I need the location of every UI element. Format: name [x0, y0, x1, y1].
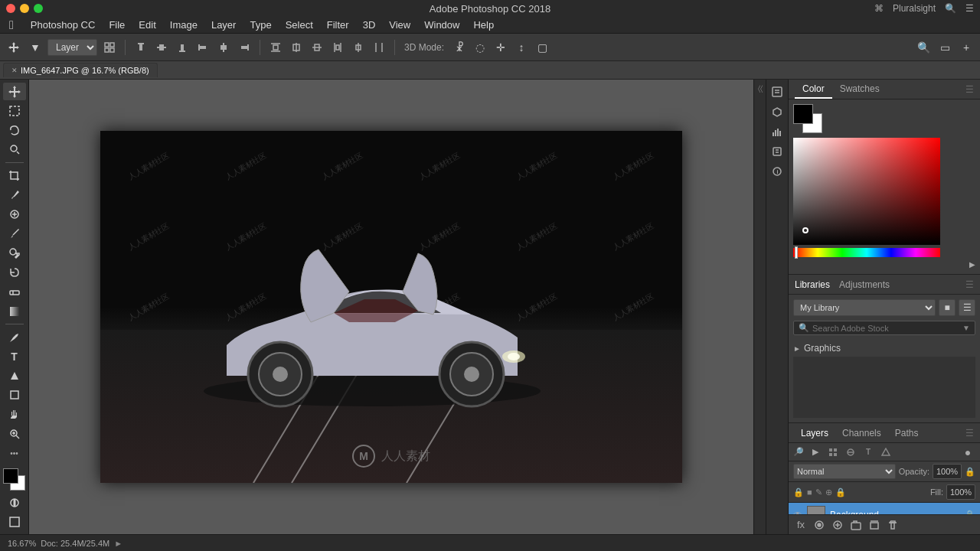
- zoom-tool[interactable]: [3, 425, 26, 442]
- screen-mode[interactable]: [3, 514, 26, 531]
- align-left-edges[interactable]: [194, 38, 212, 57]
- add-layer-style[interactable]: fx: [793, 518, 808, 532]
- libraries-menu[interactable]: ☰: [965, 279, 974, 290]
- tab-color[interactable]: Color: [795, 80, 832, 99]
- arrange-windows[interactable]: ▭: [936, 38, 954, 57]
- menu-file[interactable]: File: [103, 18, 131, 32]
- close-button[interactable]: [6, 4, 15, 13]
- hue-slider-container[interactable]: [793, 248, 975, 257]
- toggle-filter[interactable]: ●: [960, 445, 975, 459]
- menu-layer[interactable]: Layer: [205, 18, 243, 32]
- lock-position[interactable]: ⊕: [825, 487, 832, 497]
- lock-paint[interactable]: ✎: [815, 487, 822, 497]
- filter-adjustment[interactable]: [843, 445, 858, 459]
- 3d-scale[interactable]: ▢: [533, 38, 551, 57]
- marquee-tool[interactable]: [3, 102, 26, 119]
- eraser-tool[interactable]: [3, 283, 26, 301]
- distribute-bottom[interactable]: [308, 38, 326, 57]
- stock-search[interactable]: 🔍 ▼: [793, 321, 975, 335]
- collapse-icon[interactable]: 〈〈: [758, 84, 763, 93]
- lock-all[interactable]: 🔒: [835, 487, 846, 497]
- lasso-tool[interactable]: [3, 122, 26, 139]
- maximize-button[interactable]: [34, 4, 43, 13]
- brush-tool[interactable]: [3, 225, 26, 243]
- minimize-button[interactable]: [20, 4, 29, 13]
- 3d-workspace-icon[interactable]: [768, 103, 786, 121]
- tab-layers[interactable]: Layers: [795, 425, 835, 442]
- close-doc-icon[interactable]: ✕: [11, 67, 18, 74]
- tab-paths[interactable]: Paths: [889, 425, 925, 442]
- align-horizontal-centers[interactable]: [214, 38, 233, 57]
- doc-tab-active[interactable]: ✕ IMG_6647.JPG @ 16.7% (RGB/8): [3, 63, 158, 77]
- add-mask-button[interactable]: [812, 518, 827, 532]
- healing-tool[interactable]: [3, 205, 26, 223]
- tab-swatches[interactable]: Swatches: [832, 80, 887, 99]
- type-tool[interactable]: T: [3, 347, 26, 365]
- distribute-vcenter[interactable]: [287, 38, 305, 57]
- menu-window[interactable]: Window: [418, 18, 466, 32]
- align-grid[interactable]: [100, 38, 119, 57]
- extra-tools[interactable]: •••: [3, 445, 26, 462]
- hue-slider[interactable]: [793, 248, 940, 257]
- filter-shape[interactable]: [878, 445, 893, 459]
- properties-icon[interactable]: [768, 142, 786, 161]
- lock-transparent[interactable]: ■: [807, 487, 812, 497]
- library-grid-view[interactable]: ■: [939, 299, 956, 316]
- align-bottom-edges[interactable]: [173, 38, 191, 57]
- menu-image[interactable]: Image: [164, 18, 204, 32]
- new-layer-button[interactable]: [867, 518, 882, 532]
- 3d-slide[interactable]: ↕: [512, 38, 531, 57]
- layer-item[interactable]: 👁 Background 🔒: [789, 503, 980, 514]
- tab-channels[interactable]: Channels: [836, 425, 887, 442]
- layer-dropdown-arrow[interactable]: ▼: [26, 38, 44, 57]
- status-arrow[interactable]: ►: [114, 539, 122, 548]
- history-brush-tool[interactable]: [3, 263, 26, 281]
- zoom-in[interactable]: +: [957, 38, 975, 57]
- color-spectrum[interactable]: [793, 138, 975, 245]
- align-vertical-centers[interactable]: [152, 38, 171, 57]
- search-arrow[interactable]: ▼: [962, 324, 970, 332]
- new-group[interactable]: [848, 518, 864, 532]
- new-fill-layer[interactable]: [830, 518, 845, 532]
- menu-3d[interactable]: 3D: [357, 18, 382, 32]
- foreground-color[interactable]: [793, 104, 813, 124]
- move-tool-options[interactable]: [5, 38, 23, 57]
- foreground-color-swatch[interactable]: [3, 468, 18, 484]
- color-gradient-picker[interactable]: [793, 138, 940, 245]
- shape-tool[interactable]: [3, 386, 26, 404]
- search-toolbar[interactable]: 🔍: [914, 38, 933, 57]
- filter-type[interactable]: T: [861, 445, 876, 459]
- menu-filter[interactable]: Filter: [321, 18, 355, 32]
- search-icon[interactable]: 🔍: [945, 3, 956, 14]
- stock-search-input[interactable]: [812, 324, 959, 333]
- 3d-roll[interactable]: ◌: [471, 38, 489, 57]
- histogram-icon[interactable]: [768, 122, 786, 141]
- fill-input[interactable]: [946, 484, 975, 500]
- delete-layer-button[interactable]: [885, 518, 900, 532]
- opacity-lock[interactable]: 🔒: [965, 467, 975, 477]
- move-tool[interactable]: [3, 83, 26, 100]
- info-icon[interactable]: i: [768, 162, 786, 181]
- filter-kind[interactable]: ▶: [808, 445, 823, 459]
- layers-menu-icon[interactable]: ☰: [965, 428, 974, 439]
- menu-help[interactable]: Help: [467, 18, 500, 32]
- distribute-right[interactable]: [370, 38, 388, 57]
- 3d-rotate[interactable]: ☧: [450, 38, 469, 57]
- distribute-top[interactable]: [266, 38, 285, 57]
- menu-edit[interactable]: Edit: [132, 18, 162, 32]
- clone-stamp-tool[interactable]: [3, 244, 26, 262]
- panel-collapse-handle[interactable]: 〈〈: [753, 80, 766, 534]
- mac-window-controls[interactable]: [6, 4, 43, 13]
- pen-tool[interactable]: [3, 328, 26, 346]
- menu-type[interactable]: Type: [243, 18, 277, 32]
- gradient-tool[interactable]: [3, 302, 26, 320]
- filter-pixel[interactable]: [825, 445, 841, 459]
- menu-view[interactable]: View: [383, 18, 416, 32]
- apple-menu[interactable]: : [3, 17, 20, 34]
- distribute-left[interactable]: [328, 38, 347, 57]
- graphics-section[interactable]: ► Graphics: [793, 340, 975, 357]
- hue-thumb[interactable]: [795, 246, 798, 259]
- library-list-view[interactable]: ☰: [959, 299, 975, 316]
- eyedropper-tool[interactable]: [3, 186, 26, 204]
- blend-mode-select[interactable]: Normal: [793, 464, 896, 479]
